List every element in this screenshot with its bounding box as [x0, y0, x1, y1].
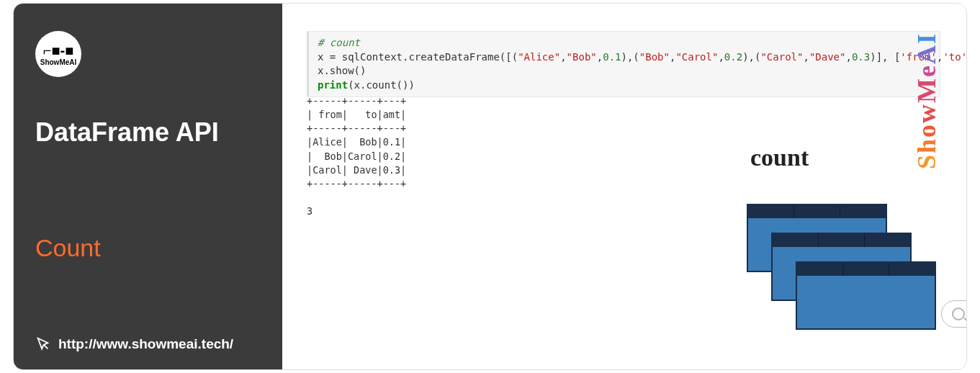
cursor-icon	[35, 336, 51, 352]
page-title: DataFrame API	[35, 117, 261, 148]
logo-text: ⌐■-■ShowMeAI	[40, 42, 77, 66]
code-text: x.show()	[318, 65, 366, 76]
table-stack-diagram	[747, 204, 956, 348]
sidebar: ⌐■-■ShowMeAI DataFrame API Count http://…	[14, 4, 282, 369]
code-comment: # count	[318, 37, 360, 48]
code-block: # count x = sqlContext.createDataFrame([…	[307, 31, 940, 97]
diagram-label: count	[750, 144, 809, 171]
search-bar[interactable]: 搜索 ｜ 微信 ShowMeAI 研究中心	[941, 300, 967, 328]
slide-frame: ⌐■-■ShowMeAI DataFrame API Count http://…	[13, 3, 967, 370]
output-table: +-----+-----+---+ | from| to|amt| +-----…	[307, 94, 406, 218]
watermark: ShowMeAI	[912, 32, 942, 169]
page-subtitle: Count	[35, 234, 261, 262]
logo: ⌐■-■ShowMeAI	[35, 31, 81, 77]
code-text: x = sqlContext.createDataFrame([(	[318, 51, 518, 63]
search-icon	[952, 307, 965, 320]
source-link[interactable]: http://www.showmeai.tech/	[35, 336, 233, 352]
main-content: # count x = sqlContext.createDataFrame([…	[282, 4, 966, 369]
table-card	[796, 261, 936, 330]
link-text: http://www.showmeai.tech/	[58, 336, 233, 352]
